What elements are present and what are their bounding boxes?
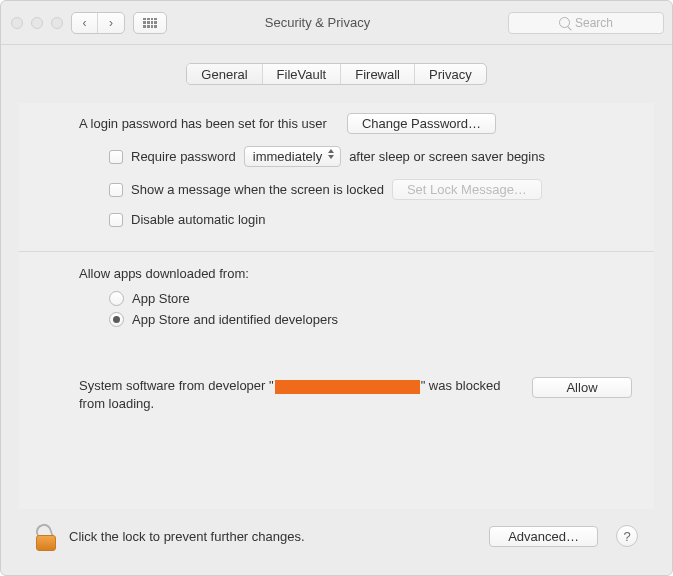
back-button[interactable]: ‹ <box>72 13 98 33</box>
tab-privacy[interactable]: Privacy <box>415 64 486 84</box>
radio-selected-dot <box>113 316 120 323</box>
chevron-left-icon: ‹ <box>83 16 87 30</box>
allow-apps-label: Allow apps downloaded from: <box>79 266 614 281</box>
lock-button[interactable] <box>33 521 59 551</box>
zoom-window-button[interactable] <box>51 17 63 29</box>
require-password-checkbox[interactable] <box>109 150 123 164</box>
radio-app-store-label: App Store <box>132 291 190 306</box>
show-message-row: Show a message when the screen is locked… <box>109 179 614 200</box>
lock-body-icon <box>36 535 56 551</box>
developer-name-redacted <box>275 380 420 394</box>
radio-app-store[interactable] <box>109 291 124 306</box>
tab-filevault[interactable]: FileVault <box>263 64 342 84</box>
search-icon <box>559 17 570 28</box>
nav-back-forward: ‹ › <box>71 12 125 34</box>
question-icon: ? <box>623 529 630 544</box>
tab-general[interactable]: General <box>187 64 262 84</box>
show-message-label: Show a message when the screen is locked <box>131 182 384 197</box>
footer-bar: Click the lock to prevent further change… <box>19 509 654 563</box>
preferences-window: ‹ › Security & Privacy Search General Fi… <box>0 0 673 576</box>
set-lock-message-button[interactable]: Set Lock Message… <box>392 179 542 200</box>
advanced-button[interactable]: Advanced… <box>489 526 598 547</box>
change-password-button[interactable]: Change Password… <box>347 113 496 134</box>
forward-button[interactable]: › <box>98 13 124 33</box>
allow-apps-option-app-store[interactable]: App Store <box>109 291 614 306</box>
require-password-suffix: after sleep or screen saver begins <box>349 149 545 164</box>
allow-apps-section: Allow apps downloaded from: App Store Ap… <box>19 266 654 327</box>
require-password-delay-select[interactable]: immediately <box>244 146 341 167</box>
window-title: Security & Privacy <box>135 15 500 30</box>
radio-identified[interactable] <box>109 312 124 327</box>
tab-firewall[interactable]: Firewall <box>341 64 415 84</box>
search-field[interactable]: Search <box>508 12 664 34</box>
window-toolbar: ‹ › Security & Privacy Search <box>1 1 672 45</box>
general-panel: A login password has been set for this u… <box>19 103 654 509</box>
show-message-checkbox[interactable] <box>109 183 123 197</box>
allow-apps-option-identified[interactable]: App Store and identified developers <box>109 312 614 327</box>
blocked-software-text: System software from developer "" was bl… <box>79 377 514 412</box>
lock-message: Click the lock to prevent further change… <box>69 529 479 544</box>
close-window-button[interactable] <box>11 17 23 29</box>
radio-identified-label: App Store and identified developers <box>132 312 338 327</box>
disable-auto-login-row: Disable automatic login <box>109 212 614 227</box>
login-password-row: A login password has been set for this u… <box>79 113 614 134</box>
tab-bar: General FileVault Firewall Privacy <box>186 63 486 85</box>
require-password-row: Require password immediately after sleep… <box>109 146 614 167</box>
login-password-label: A login password has been set for this u… <box>79 116 327 131</box>
minimize-window-button[interactable] <box>31 17 43 29</box>
allow-button[interactable]: Allow <box>532 377 632 398</box>
login-password-section: A login password has been set for this u… <box>19 103 654 247</box>
preferences-body: General FileVault Firewall Privacy A log… <box>1 45 672 575</box>
blocked-software-notice: System software from developer "" was bl… <box>19 377 654 412</box>
require-password-label: Require password <box>131 149 236 164</box>
window-traffic-lights <box>11 17 63 29</box>
section-divider <box>19 251 654 252</box>
search-placeholder: Search <box>575 16 613 30</box>
help-button[interactable]: ? <box>616 525 638 547</box>
disable-auto-login-checkbox[interactable] <box>109 213 123 227</box>
chevron-right-icon: › <box>109 16 113 30</box>
disable-auto-login-label: Disable automatic login <box>131 212 265 227</box>
